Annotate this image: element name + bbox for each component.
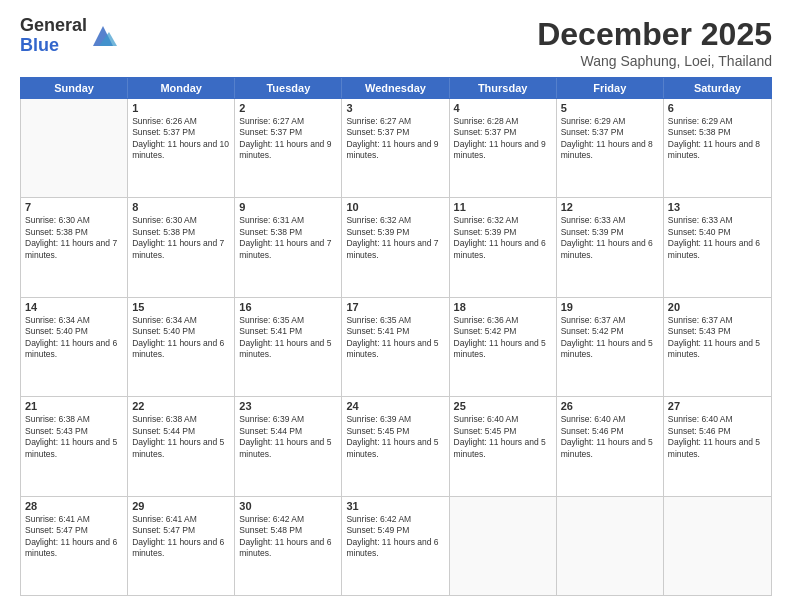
day-number: 8 <box>132 201 230 213</box>
calendar-cell: 10Sunrise: 6:32 AM Sunset: 5:39 PM Dayli… <box>342 198 449 296</box>
day-number: 26 <box>561 400 659 412</box>
calendar-cell: 28Sunrise: 6:41 AM Sunset: 5:47 PM Dayli… <box>21 497 128 595</box>
day-number: 24 <box>346 400 444 412</box>
cell-sun-info: Sunrise: 6:35 AM Sunset: 5:41 PM Dayligh… <box>346 315 444 361</box>
calendar-cell: 31Sunrise: 6:42 AM Sunset: 5:49 PM Dayli… <box>342 497 449 595</box>
calendar-cell: 4Sunrise: 6:28 AM Sunset: 5:37 PM Daylig… <box>450 99 557 197</box>
day-number: 2 <box>239 102 337 114</box>
cell-sun-info: Sunrise: 6:28 AM Sunset: 5:37 PM Dayligh… <box>454 116 552 162</box>
calendar-cell: 12Sunrise: 6:33 AM Sunset: 5:39 PM Dayli… <box>557 198 664 296</box>
day-number: 3 <box>346 102 444 114</box>
day-number: 4 <box>454 102 552 114</box>
calendar-header-cell: Sunday <box>21 78 128 98</box>
header: General Blue December 2025 Wang Saphung,… <box>20 16 772 69</box>
calendar-week: 21Sunrise: 6:38 AM Sunset: 5:43 PM Dayli… <box>21 397 771 496</box>
calendar: SundayMondayTuesdayWednesdayThursdayFrid… <box>20 77 772 596</box>
cell-sun-info: Sunrise: 6:39 AM Sunset: 5:44 PM Dayligh… <box>239 414 337 460</box>
calendar-cell: 26Sunrise: 6:40 AM Sunset: 5:46 PM Dayli… <box>557 397 664 495</box>
location: Wang Saphung, Loei, Thailand <box>537 53 772 69</box>
calendar-cell: 19Sunrise: 6:37 AM Sunset: 5:42 PM Dayli… <box>557 298 664 396</box>
cell-sun-info: Sunrise: 6:29 AM Sunset: 5:37 PM Dayligh… <box>561 116 659 162</box>
logo: General Blue <box>20 16 117 56</box>
calendar-cell <box>557 497 664 595</box>
day-number: 15 <box>132 301 230 313</box>
cell-sun-info: Sunrise: 6:35 AM Sunset: 5:41 PM Dayligh… <box>239 315 337 361</box>
calendar-header-cell: Thursday <box>450 78 557 98</box>
cell-sun-info: Sunrise: 6:37 AM Sunset: 5:42 PM Dayligh… <box>561 315 659 361</box>
cell-sun-info: Sunrise: 6:41 AM Sunset: 5:47 PM Dayligh… <box>132 514 230 560</box>
day-number: 28 <box>25 500 123 512</box>
cell-sun-info: Sunrise: 6:32 AM Sunset: 5:39 PM Dayligh… <box>454 215 552 261</box>
calendar-cell: 16Sunrise: 6:35 AM Sunset: 5:41 PM Dayli… <box>235 298 342 396</box>
day-number: 17 <box>346 301 444 313</box>
day-number: 25 <box>454 400 552 412</box>
calendar-cell: 30Sunrise: 6:42 AM Sunset: 5:48 PM Dayli… <box>235 497 342 595</box>
cell-sun-info: Sunrise: 6:33 AM Sunset: 5:40 PM Dayligh… <box>668 215 767 261</box>
day-number: 23 <box>239 400 337 412</box>
day-number: 21 <box>25 400 123 412</box>
calendar-body: 1Sunrise: 6:26 AM Sunset: 5:37 PM Daylig… <box>20 99 772 596</box>
cell-sun-info: Sunrise: 6:31 AM Sunset: 5:38 PM Dayligh… <box>239 215 337 261</box>
calendar-cell: 8Sunrise: 6:30 AM Sunset: 5:38 PM Daylig… <box>128 198 235 296</box>
cell-sun-info: Sunrise: 6:38 AM Sunset: 5:44 PM Dayligh… <box>132 414 230 460</box>
day-number: 31 <box>346 500 444 512</box>
day-number: 16 <box>239 301 337 313</box>
calendar-week: 28Sunrise: 6:41 AM Sunset: 5:47 PM Dayli… <box>21 497 771 595</box>
day-number: 29 <box>132 500 230 512</box>
day-number: 6 <box>668 102 767 114</box>
calendar-header-cell: Monday <box>128 78 235 98</box>
calendar-cell: 14Sunrise: 6:34 AM Sunset: 5:40 PM Dayli… <box>21 298 128 396</box>
calendar-cell: 21Sunrise: 6:38 AM Sunset: 5:43 PM Dayli… <box>21 397 128 495</box>
calendar-cell <box>450 497 557 595</box>
cell-sun-info: Sunrise: 6:36 AM Sunset: 5:42 PM Dayligh… <box>454 315 552 361</box>
cell-sun-info: Sunrise: 6:29 AM Sunset: 5:38 PM Dayligh… <box>668 116 767 162</box>
calendar-cell: 6Sunrise: 6:29 AM Sunset: 5:38 PM Daylig… <box>664 99 771 197</box>
day-number: 13 <box>668 201 767 213</box>
calendar-cell: 25Sunrise: 6:40 AM Sunset: 5:45 PM Dayli… <box>450 397 557 495</box>
cell-sun-info: Sunrise: 6:34 AM Sunset: 5:40 PM Dayligh… <box>25 315 123 361</box>
page: General Blue December 2025 Wang Saphung,… <box>0 0 792 612</box>
day-number: 22 <box>132 400 230 412</box>
calendar-cell: 7Sunrise: 6:30 AM Sunset: 5:38 PM Daylig… <box>21 198 128 296</box>
logo-general-text: General <box>20 15 87 35</box>
calendar-header-cell: Saturday <box>664 78 771 98</box>
day-number: 9 <box>239 201 337 213</box>
day-number: 19 <box>561 301 659 313</box>
calendar-cell: 17Sunrise: 6:35 AM Sunset: 5:41 PM Dayli… <box>342 298 449 396</box>
cell-sun-info: Sunrise: 6:42 AM Sunset: 5:49 PM Dayligh… <box>346 514 444 560</box>
cell-sun-info: Sunrise: 6:32 AM Sunset: 5:39 PM Dayligh… <box>346 215 444 261</box>
day-number: 7 <box>25 201 123 213</box>
calendar-cell: 3Sunrise: 6:27 AM Sunset: 5:37 PM Daylig… <box>342 99 449 197</box>
calendar-cell: 22Sunrise: 6:38 AM Sunset: 5:44 PM Dayli… <box>128 397 235 495</box>
calendar-week: 14Sunrise: 6:34 AM Sunset: 5:40 PM Dayli… <box>21 298 771 397</box>
cell-sun-info: Sunrise: 6:41 AM Sunset: 5:47 PM Dayligh… <box>25 514 123 560</box>
calendar-header-row: SundayMondayTuesdayWednesdayThursdayFrid… <box>20 77 772 99</box>
day-number: 10 <box>346 201 444 213</box>
calendar-cell: 27Sunrise: 6:40 AM Sunset: 5:46 PM Dayli… <box>664 397 771 495</box>
day-number: 18 <box>454 301 552 313</box>
cell-sun-info: Sunrise: 6:37 AM Sunset: 5:43 PM Dayligh… <box>668 315 767 361</box>
calendar-week: 7Sunrise: 6:30 AM Sunset: 5:38 PM Daylig… <box>21 198 771 297</box>
calendar-cell: 18Sunrise: 6:36 AM Sunset: 5:42 PM Dayli… <box>450 298 557 396</box>
calendar-header-cell: Wednesday <box>342 78 449 98</box>
cell-sun-info: Sunrise: 6:40 AM Sunset: 5:45 PM Dayligh… <box>454 414 552 460</box>
day-number: 27 <box>668 400 767 412</box>
calendar-cell: 15Sunrise: 6:34 AM Sunset: 5:40 PM Dayli… <box>128 298 235 396</box>
cell-sun-info: Sunrise: 6:33 AM Sunset: 5:39 PM Dayligh… <box>561 215 659 261</box>
calendar-header-cell: Friday <box>557 78 664 98</box>
logo-blue-text: Blue <box>20 35 59 55</box>
cell-sun-info: Sunrise: 6:27 AM Sunset: 5:37 PM Dayligh… <box>346 116 444 162</box>
cell-sun-info: Sunrise: 6:30 AM Sunset: 5:38 PM Dayligh… <box>25 215 123 261</box>
day-number: 14 <box>25 301 123 313</box>
day-number: 20 <box>668 301 767 313</box>
calendar-cell: 5Sunrise: 6:29 AM Sunset: 5:37 PM Daylig… <box>557 99 664 197</box>
month-title: December 2025 <box>537 16 772 53</box>
cell-sun-info: Sunrise: 6:34 AM Sunset: 5:40 PM Dayligh… <box>132 315 230 361</box>
calendar-header-cell: Tuesday <box>235 78 342 98</box>
cell-sun-info: Sunrise: 6:39 AM Sunset: 5:45 PM Dayligh… <box>346 414 444 460</box>
day-number: 11 <box>454 201 552 213</box>
cell-sun-info: Sunrise: 6:40 AM Sunset: 5:46 PM Dayligh… <box>668 414 767 460</box>
cell-sun-info: Sunrise: 6:42 AM Sunset: 5:48 PM Dayligh… <box>239 514 337 560</box>
calendar-cell: 13Sunrise: 6:33 AM Sunset: 5:40 PM Dayli… <box>664 198 771 296</box>
calendar-cell: 23Sunrise: 6:39 AM Sunset: 5:44 PM Dayli… <box>235 397 342 495</box>
